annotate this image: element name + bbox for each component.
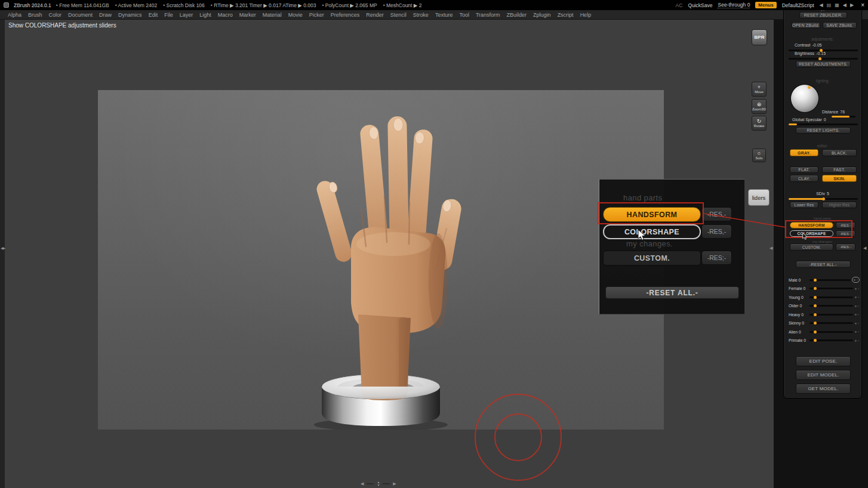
titlebar-window-icon[interactable]: ▶: [850, 2, 854, 8]
morph-slider-handle[interactable]: [814, 313, 817, 316]
morph-link-icon[interactable]: ●: [855, 287, 857, 291]
menu-help[interactable]: Help: [580, 12, 592, 18]
popup-reset-all-button[interactable]: -RESET ALL.-: [605, 286, 739, 299]
morph-slider-track[interactable]: [809, 314, 853, 316]
menu-tool[interactable]: Tool: [459, 12, 469, 18]
morph-slider-handle[interactable]: [814, 331, 817, 333]
reset-lights-button[interactable]: RESET LIGHTS.: [796, 127, 851, 134]
sliders-panel-tab[interactable]: liders: [748, 189, 769, 206]
menu-file[interactable]: File: [164, 12, 173, 18]
morph-slider-track[interactable]: [809, 339, 853, 341]
menu-material[interactable]: Material: [263, 12, 282, 18]
morph-slider-handle[interactable]: [814, 287, 817, 290]
sdiv-handle[interactable]: [822, 197, 825, 200]
edit-model-button[interactable]: EDIT MODEL.: [796, 370, 851, 380]
specular-slider[interactable]: [789, 123, 858, 125]
morph-reset-icon[interactable]: ▫: [857, 278, 858, 282]
menu-alpha[interactable]: Alpha: [8, 12, 21, 18]
morph-slider-handle[interactable]: [814, 296, 817, 299]
nav-left-icon[interactable]: ◀: [361, 481, 364, 486]
morph-slider-handle[interactable]: [814, 279, 817, 282]
menu-zplugin[interactable]: Zplugin: [533, 12, 551, 18]
popup-colorshape-res-button[interactable]: -RES,-: [701, 224, 732, 239]
clay-button[interactable]: CLAY.: [790, 175, 818, 182]
morph-link-icon[interactable]: ●: [855, 313, 857, 316]
zoom3d-button[interactable]: ⊕ Zoom3D: [752, 99, 767, 114]
menu-picker[interactable]: Picker: [309, 12, 324, 18]
document-viewport[interactable]: [98, 90, 664, 430]
brightness-slider[interactable]: [789, 58, 858, 60]
menu-render[interactable]: Render: [366, 12, 384, 18]
morph-slider-track[interactable]: [809, 288, 853, 289]
morph-link-icon[interactable]: ●: [854, 278, 855, 282]
rotate-button[interactable]: ↻ Rotate: [752, 116, 767, 131]
menu-layer[interactable]: Layer: [180, 12, 193, 18]
menu-preferences[interactable]: Preferences: [331, 12, 360, 18]
nav-right-icon[interactable]: ▶: [393, 481, 396, 486]
menu-zscript[interactable]: Zscript: [558, 12, 574, 18]
hand-model[interactable]: [98, 90, 664, 430]
menus-toggle[interactable]: Menus: [755, 2, 776, 8]
popup-handsform-res-button[interactable]: -RES,-: [701, 207, 732, 221]
default-zscript-button[interactable]: DefaultZScript: [782, 2, 814, 8]
morph-reset-icon[interactable]: ▫: [858, 287, 859, 291]
morph-slider-handle[interactable]: [814, 304, 817, 307]
morph-reset-icon[interactable]: ▫: [858, 322, 859, 325]
morph-link-icon[interactable]: ●: [855, 295, 857, 299]
morph-link-icon[interactable]: ●: [855, 330, 857, 333]
morph-slider-handle[interactable]: [814, 339, 817, 342]
get-model-button[interactable]: GET MODEL.: [796, 384, 851, 394]
reset-adjustments-button[interactable]: RESET ADJUSTMENTS.: [796, 61, 851, 67]
morph-link-icon[interactable]: ●: [855, 304, 857, 308]
menu-zbuilder[interactable]: ZBuilder: [507, 12, 527, 18]
save-zbuild-button[interactable]: SAVE ZBuild.: [823, 22, 857, 29]
brightness-handle[interactable]: [818, 57, 821, 60]
lower-res-button[interactable]: Lower Res: [790, 202, 818, 208]
menu-draw[interactable]: Draw: [99, 12, 112, 18]
menu-edit[interactable]: Edit: [149, 12, 158, 18]
titlebar-window-icon[interactable]: ◀: [843, 2, 847, 8]
close-icon[interactable]: ×: [861, 2, 864, 8]
popup-custom-button[interactable]: CUSTOM.: [603, 251, 701, 265]
higher-res-button[interactable]: Higher Res: [822, 202, 857, 208]
menu-document[interactable]: Document: [68, 12, 93, 18]
reset-all-button[interactable]: -RESET ALL.-: [796, 261, 851, 268]
seethrough-slider[interactable]: See-through 0: [718, 2, 750, 8]
solo-button[interactable]: ○ Solo: [752, 149, 766, 162]
custom-res-button[interactable]: -RES:-: [836, 243, 855, 251]
open-zbuild-button[interactable]: OPEN ZBuild.: [792, 22, 820, 29]
titlebar-window-icon[interactable]: ▤: [827, 2, 832, 8]
light-position-dot[interactable]: [808, 86, 811, 89]
popup-custom-res-button[interactable]: -RES;-: [701, 251, 732, 265]
menu-stroke[interactable]: Stroke: [413, 12, 429, 18]
morph-slider-track[interactable]: [809, 279, 851, 281]
right-tray-collapse-icon[interactable]: ◀: [769, 246, 772, 251]
left-tray-collapse-icon[interactable]: ◀▶: [1, 246, 5, 250]
canvas-nav-widget[interactable]: ◀ ▲ ▼ ▶: [361, 481, 396, 486]
nav-down-icon[interactable]: ▼: [377, 484, 380, 487]
menu-movie[interactable]: Movie: [288, 12, 303, 18]
custom-button[interactable]: CUSTOM.: [790, 243, 833, 251]
distance-slider[interactable]: [832, 116, 855, 118]
hand-mesh[interactable]: [315, 116, 463, 400]
far-right-collapse-icon[interactable]: ◀: [863, 246, 866, 251]
menu-texture[interactable]: Texture: [435, 12, 453, 18]
menu-light[interactable]: Light: [199, 12, 211, 18]
morph-reset-icon[interactable]: ▫: [858, 339, 859, 342]
morph-reset-icon[interactable]: ▫: [858, 304, 859, 308]
reset-zbuilder-button[interactable]: RESET ZBUILDER.: [799, 12, 847, 18]
nav-updown-icons[interactable]: ▲ ▼: [377, 481, 380, 486]
morph-link-icon[interactable]: ●: [855, 339, 857, 342]
quicksave-button[interactable]: QuickSave: [688, 2, 712, 8]
sdiv-slider[interactable]: [789, 198, 858, 200]
menu-marker[interactable]: Marker: [239, 12, 256, 18]
morph-reset-icon[interactable]: ▫: [858, 330, 859, 333]
skin-button[interactable]: SKIN.: [822, 175, 857, 182]
menu-dynamics[interactable]: Dynamics: [118, 12, 142, 18]
morph-slider-track[interactable]: [809, 322, 853, 324]
menu-stencil[interactable]: Stencil: [390, 12, 407, 18]
flat-button[interactable]: FLAT.: [790, 166, 818, 173]
menu-macro[interactable]: Macro: [218, 12, 233, 18]
morph-slider-handle[interactable]: [814, 322, 817, 325]
edit-pose-button[interactable]: EDIT POSE.: [796, 356, 851, 366]
